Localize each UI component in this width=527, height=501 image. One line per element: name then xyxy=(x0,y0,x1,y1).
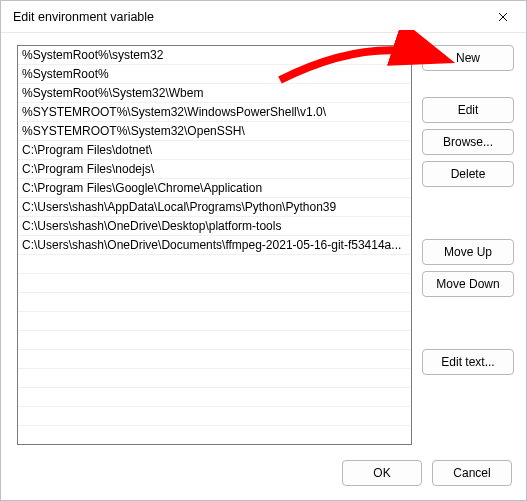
close-icon xyxy=(498,12,508,22)
titlebar: Edit environment variable xyxy=(1,1,526,33)
delete-button[interactable]: Delete xyxy=(422,161,514,187)
list-item: . xyxy=(18,255,411,274)
list-item: . xyxy=(18,407,411,426)
new-button[interactable]: New xyxy=(422,45,514,71)
list-item[interactable]: C:\Program Files\Google\Chrome\Applicati… xyxy=(18,179,411,198)
edit-text-button[interactable]: Edit text... xyxy=(422,349,514,375)
window-title: Edit environment variable xyxy=(13,10,480,24)
list-item: . xyxy=(18,312,411,331)
list-item[interactable]: %SYSTEMROOT%\System32\OpenSSH\ xyxy=(18,122,411,141)
list-item: . xyxy=(18,331,411,350)
move-up-button[interactable]: Move Up xyxy=(422,239,514,265)
path-listbox[interactable]: %SystemRoot%\system32%SystemRoot%%System… xyxy=(17,45,412,445)
list-item[interactable]: C:\Users\shash\OneDrive\Documents\ffmpeg… xyxy=(18,236,411,255)
list-item[interactable]: C:\Users\shash\AppData\Local\Programs\Py… xyxy=(18,198,411,217)
dialog-window: Edit environment variable %SystemRoot%\s… xyxy=(0,0,527,501)
side-buttons: New Edit Browse... Delete Move Up Move D… xyxy=(422,45,514,450)
list-item: . xyxy=(18,350,411,369)
edit-button[interactable]: Edit xyxy=(422,97,514,123)
list-item[interactable]: %SystemRoot% xyxy=(18,65,411,84)
list-item: . xyxy=(18,388,411,407)
list-item: . xyxy=(18,293,411,312)
list-item: . xyxy=(18,369,411,388)
list-item[interactable]: C:\Program Files\nodejs\ xyxy=(18,160,411,179)
browse-button[interactable]: Browse... xyxy=(422,129,514,155)
list-item: . xyxy=(18,274,411,293)
list-item[interactable]: %SystemRoot%\system32 xyxy=(18,46,411,65)
list-item[interactable]: C:\Program Files\dotnet\ xyxy=(18,141,411,160)
close-button[interactable] xyxy=(480,1,526,33)
list-item[interactable]: %SYSTEMROOT%\System32\WindowsPowerShell\… xyxy=(18,103,411,122)
dialog-body: %SystemRoot%\system32%SystemRoot%%System… xyxy=(1,33,526,456)
cancel-button[interactable]: Cancel xyxy=(432,460,512,486)
dialog-footer: OK Cancel xyxy=(1,456,526,500)
list-item[interactable]: %SystemRoot%\System32\Wbem xyxy=(18,84,411,103)
ok-button[interactable]: OK xyxy=(342,460,422,486)
list-item[interactable]: C:\Users\shash\OneDrive\Desktop\platform… xyxy=(18,217,411,236)
move-down-button[interactable]: Move Down xyxy=(422,271,514,297)
